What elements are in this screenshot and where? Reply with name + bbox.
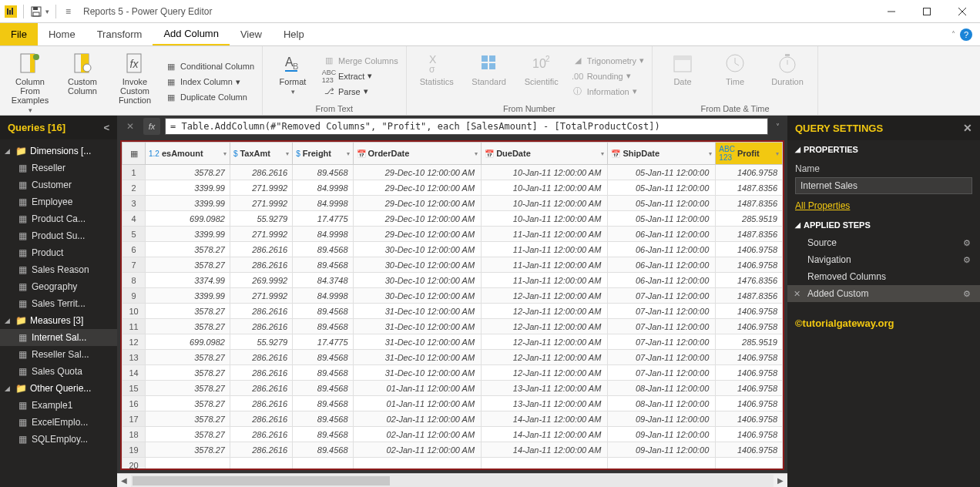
table-row[interactable]: 20 — [123, 458, 783, 471]
column-header[interactable]: 📅DueDate▾ — [482, 143, 608, 165]
svg-point-12 — [33, 54, 39, 60]
collapse-ribbon-icon[interactable]: ˄ — [951, 30, 955, 39]
column-header[interactable]: ABC123Profit▾ — [716, 143, 783, 165]
table-row[interactable]: 133578.27286.261689.456831-Dec-10 12:00:… — [123, 350, 783, 365]
index-column-button[interactable]: ▦Index Column ▾ — [163, 75, 256, 89]
conditional-column-button[interactable]: ▦Conditional Column — [163, 59, 256, 73]
fx-icon[interactable]: fx — [143, 118, 160, 135]
standard-icon — [477, 51, 502, 76]
save-icon[interactable] — [30, 5, 42, 18]
query-folder[interactable]: ◢📁Dimensions [... — [0, 143, 117, 160]
extract-button[interactable]: ABC123Extract ▾ — [321, 69, 400, 83]
column-from-examples-button[interactable]: Column From Examples ▾ — [6, 49, 54, 114]
column-header[interactable]: 📅ShipDate▾ — [608, 143, 716, 165]
table-row[interactable]: 12699.098255.927917.477531-Dec-10 12:00:… — [123, 334, 783, 350]
svg-text:B: B — [293, 62, 298, 71]
parse-button[interactable]: ⎇Parse ▾ — [321, 85, 400, 99]
group-label-from-date-time: From Date & Time — [659, 102, 811, 113]
data-grid[interactable]: ▦1.2esAmount▾$TaxAmt▾$Freight▾📅OrderDate… — [120, 140, 784, 470]
applied-step[interactable]: Navigation⚙ — [787, 251, 980, 268]
query-item[interactable]: ▦Geography — [0, 278, 117, 295]
query-item[interactable]: ▦Employee — [0, 193, 117, 210]
rounding-button: .00Rounding ▾ — [570, 69, 646, 83]
query-item[interactable]: ▦Reseller Sal... — [0, 346, 117, 363]
all-properties-link[interactable]: All Properties — [795, 200, 850, 211]
applied-step[interactable]: Removed Columns — [787, 268, 980, 285]
svg-point-15 — [83, 64, 91, 72]
applied-step[interactable]: Source⚙ — [787, 234, 980, 251]
table-row[interactable]: 83374.99269.999284.374830-Dec-10 12:00:0… — [123, 273, 783, 288]
qat-dropdown-icon[interactable]: ▾ — [45, 8, 49, 15]
query-folder[interactable]: ◢📁Measures [3] — [0, 312, 117, 329]
column-header[interactable]: 📅OrderDate▾ — [353, 143, 482, 165]
close-button[interactable] — [945, 0, 980, 23]
help-icon[interactable]: ? — [960, 29, 972, 41]
gear-icon[interactable]: ⚙ — [963, 255, 971, 265]
gear-icon[interactable]: ⚙ — [963, 238, 971, 248]
applied-step[interactable]: ✕Added Custom⚙ — [787, 285, 980, 302]
table-row[interactable]: 73578.27286.261689.456830-Dec-10 12:00:0… — [123, 257, 783, 273]
column-header[interactable]: 1.2esAmount▾ — [146, 143, 230, 165]
query-item[interactable]: ▦Customer — [0, 176, 117, 193]
table-row[interactable]: 173578.27286.261689.456802-Jan-11 12:00:… — [123, 411, 783, 427]
formula-cancel-icon[interactable]: ✕ — [122, 118, 139, 135]
duplicate-column-button[interactable]: ▦Duplicate Column — [163, 90, 256, 104]
query-item[interactable]: ▦Internet Sal... — [0, 329, 117, 346]
trigonometry-button: ◢Trigonometry ▾ — [570, 54, 646, 68]
gear-icon[interactable]: ⚙ — [963, 289, 971, 299]
query-item[interactable]: ▦Sales Quota — [0, 363, 117, 380]
queries-title[interactable]: Queries [16] < — [0, 116, 117, 139]
table-row[interactable]: 53399.99271.999284.999829-Dec-10 12:00:0… — [123, 227, 783, 242]
query-item[interactable]: ▦SQLEmploy... — [0, 431, 117, 448]
query-item[interactable]: ▦Sales Reason — [0, 261, 117, 278]
query-name-input[interactable] — [795, 177, 972, 194]
maximize-button[interactable] — [909, 0, 945, 23]
invoke-custom-function-button[interactable]: fx Invoke Custom Function — [111, 49, 159, 114]
formula-expand-icon[interactable]: ˅ — [773, 123, 783, 131]
table-row[interactable]: 143578.27286.261689.456831-Dec-10 12:00:… — [123, 365, 783, 381]
query-item[interactable]: ▦Product — [0, 244, 117, 261]
properties-section-title[interactable]: ◢PROPERTIES — [787, 140, 980, 159]
tab-help[interactable]: Help — [273, 23, 315, 45]
collapse-queries-icon[interactable]: < — [103, 122, 109, 133]
query-item[interactable]: ▦Sales Territ... — [0, 295, 117, 312]
applied-steps-title[interactable]: ◢APPLIED STEPS — [787, 216, 980, 234]
table-row[interactable]: 113578.27286.261689.456831-Dec-10 12:00:… — [123, 319, 783, 334]
query-folder[interactable]: ◢📁Other Querie... — [0, 380, 117, 397]
table-row[interactable]: 163578.27286.261689.456801-Jan-11 12:00:… — [123, 396, 783, 411]
formula-input[interactable]: = Table.AddColumn(#"Removed Columns", "P… — [165, 118, 768, 135]
query-item[interactable]: ▦Product Ca... — [0, 210, 117, 227]
tab-view[interactable]: View — [230, 23, 273, 45]
tab-file[interactable]: File — [0, 23, 38, 45]
table-row[interactable]: 23399.99271.999284.999829-Dec-10 12:00:0… — [123, 180, 783, 196]
tab-home[interactable]: Home — [38, 23, 86, 45]
table-row[interactable]: 4699.098255.927917.477529-Dec-10 12:00:0… — [123, 211, 783, 227]
tab-add-column[interactable]: Add Column — [153, 23, 230, 45]
query-item[interactable]: ▦ExcelEmplo... — [0, 414, 117, 431]
tab-transform[interactable]: Transform — [86, 23, 153, 45]
format-button[interactable]: AB Format ▾ — [269, 49, 317, 102]
query-item[interactable]: ▦Reseller — [0, 160, 117, 176]
query-item[interactable]: ▦Example1 — [0, 397, 117, 414]
table-row[interactable]: 193578.27286.261689.456802-Jan-11 12:00:… — [123, 442, 783, 458]
column-header[interactable]: $Freight▾ — [293, 143, 353, 165]
table-row[interactable]: 33399.99271.999284.999829-Dec-10 12:00:0… — [123, 196, 783, 211]
scientific-icon: 102 — [529, 51, 554, 76]
query-item[interactable]: ▦Product Su... — [0, 227, 117, 244]
table-row[interactable]: 153578.27286.261689.456801-Jan-11 12:00:… — [123, 381, 783, 396]
qat-overflow-icon[interactable]: ≡ — [62, 6, 74, 17]
horizontal-scrollbar[interactable]: ◀▶ — [117, 473, 787, 487]
table-row[interactable]: 103578.27286.261689.456831-Dec-10 12:00:… — [123, 304, 783, 319]
custom-column-button[interactable]: Custom Column — [59, 49, 106, 114]
table-row[interactable]: 63578.27286.261689.456830-Dec-10 12:00:0… — [123, 242, 783, 257]
table-row[interactable]: 13578.27286.261689.456829-Dec-10 12:00:0… — [123, 165, 783, 180]
minimize-button[interactable] — [874, 0, 909, 23]
table-row[interactable]: 183578.27286.261689.456802-Jan-11 12:00:… — [123, 427, 783, 442]
column-header[interactable]: $TaxAmt▾ — [230, 143, 292, 165]
close-settings-icon[interactable]: ✕ — [963, 122, 972, 134]
svg-rect-5 — [33, 12, 39, 16]
table-row[interactable]: 93399.99271.999284.999830-Dec-10 12:00:0… — [123, 288, 783, 304]
duration-icon — [775, 51, 800, 76]
svg-text:2: 2 — [545, 55, 550, 63]
svg-rect-23 — [489, 55, 495, 62]
